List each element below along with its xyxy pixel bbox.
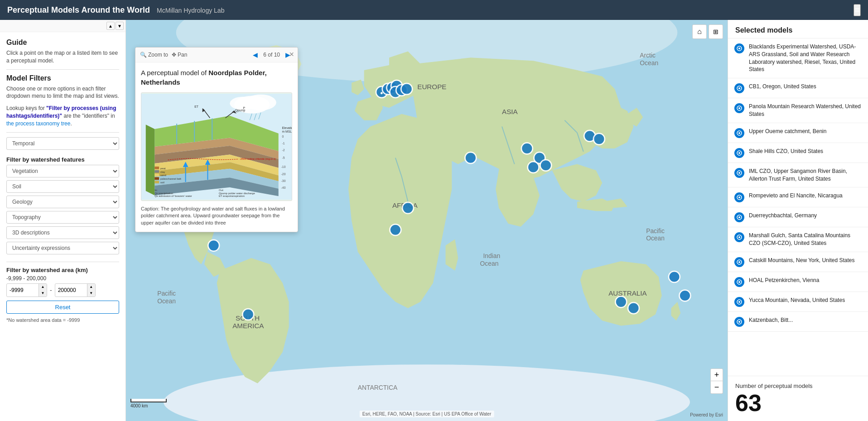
home-icon: ⌂ xyxy=(697,28,702,36)
area-min-input[interactable] xyxy=(7,285,39,295)
taxonomy-link[interactable]: the process taxonomy tree xyxy=(6,120,70,127)
svg-text:-1: -1 xyxy=(282,142,285,145)
svg-rect-88 xyxy=(154,181,159,183)
model-list-item[interactable]: Duerreychbachtal, Germany xyxy=(728,207,868,227)
reset-button[interactable]: Reset xyxy=(6,301,119,314)
svg-point-118 xyxy=(738,281,740,283)
marker-africa-2[interactable] xyxy=(390,224,401,235)
popup-caption: Caption: The geohydrology and water and … xyxy=(141,206,292,226)
marker-africa-1[interactable] xyxy=(402,202,414,214)
topography-filter[interactable]: Topography xyxy=(6,211,119,224)
map-powered-by: Powered by Esri xyxy=(690,412,723,417)
3d-descriptions-filter[interactable]: 3D descriptions xyxy=(6,226,119,239)
popup-close-button[interactable]: × xyxy=(289,50,294,58)
right-panel: Selected models Blacklands Experimental … xyxy=(728,20,868,421)
popup-body: A perceptual model of Noordplas Polder, … xyxy=(135,62,298,232)
svg-text:Pacific: Pacific xyxy=(646,227,665,234)
marker-pacific-2[interactable] xyxy=(679,290,690,301)
model-list-item[interactable]: HOAL Petzenkirchen, Vienna xyxy=(728,272,868,292)
svg-point-104 xyxy=(738,132,740,134)
marker-australia-2[interactable] xyxy=(628,302,639,314)
map-zoom-controls: + − xyxy=(710,368,723,394)
min-spin-down[interactable]: ▼ xyxy=(39,290,47,297)
svg-text:Indian: Indian xyxy=(483,252,501,259)
zoom-in-button[interactable]: + xyxy=(710,368,723,381)
svg-point-100 xyxy=(738,87,740,89)
area-max-input[interactable] xyxy=(55,285,87,295)
model-list-item[interactable]: Rompevieto and El Nancite, Nicaragua xyxy=(728,187,868,207)
svg-text:-10: -10 xyxy=(281,165,286,168)
menu-button[interactable]: ≡ xyxy=(854,4,861,16)
marker-middleeast[interactable] xyxy=(465,152,476,163)
polder-diagram-svg: Elevation m MSL 0 -1 -2 -5 -10 -20 -30 -… xyxy=(141,93,292,201)
marker-southamerica[interactable] xyxy=(242,309,254,320)
model-list-item[interactable]: Upper Oueme catchment, Benin xyxy=(728,123,868,143)
svg-text:paleochannel belt: paleochannel belt xyxy=(160,177,181,180)
model-list-item[interactable]: Katzenbach, Bitt... xyxy=(728,312,868,332)
svg-text:P: P xyxy=(243,106,246,110)
popup-pan-button[interactable]: ✥ Pan xyxy=(172,52,187,58)
model-name: Shale Hills CZO, United States xyxy=(749,148,823,155)
svg-rect-82 xyxy=(154,170,159,173)
app-title: Perceptual Models Around the World McMil… xyxy=(7,5,224,15)
svg-point-48 xyxy=(669,271,680,282)
marker-pacific[interactable] xyxy=(669,271,680,282)
right-panel-header: Selected models xyxy=(728,20,868,38)
max-spin-up[interactable]: ▲ xyxy=(87,284,95,290)
model-list-item[interactable]: Shale Hills CZO, United States xyxy=(728,143,868,163)
models-list: Blacklands Experimental Watershed, USDA-… xyxy=(728,38,868,376)
lookup-link[interactable]: "Filter by processes (using hashtags/ide… xyxy=(6,105,116,119)
model-list-item[interactable]: Marshall Gulch, Santa Catalina Mountains… xyxy=(728,227,868,252)
uncertainty-filter[interactable]: Uncertainty expressions xyxy=(6,242,119,254)
area-range-label: -9,999 - 200,000 xyxy=(6,275,119,282)
svg-text:ET  evapotranspiration: ET evapotranspiration xyxy=(219,195,245,197)
model-list-item[interactable]: Catskill Mountains, New York, United Sta… xyxy=(728,252,868,272)
svg-point-110 xyxy=(738,196,740,198)
svg-point-106 xyxy=(738,152,740,154)
max-spin-down[interactable]: ▼ xyxy=(87,290,95,297)
marker-asia-1[interactable] xyxy=(521,143,533,154)
svg-point-44 xyxy=(208,240,219,251)
svg-text:-30: -30 xyxy=(281,179,286,182)
filters-desc-text: Choose one or more options in each filte… xyxy=(6,86,119,100)
model-list-item[interactable]: CB1, Oregon, United States xyxy=(728,78,868,98)
popup-prev-button[interactable]: ◀ xyxy=(250,50,260,59)
model-list-item[interactable]: Yucca Mountain, Nevada, United States xyxy=(728,292,868,312)
model-list-item[interactable]: IML CZO, Upper Sangamon River Basin, All… xyxy=(728,163,868,188)
svg-text:Ocean: Ocean xyxy=(157,297,176,305)
model-name: Blacklands Experimental Watershed, USDA-… xyxy=(749,43,862,73)
geology-filter[interactable]: Geology xyxy=(6,196,119,208)
popup-zoom-to-button[interactable]: 🔍 Zoom to xyxy=(140,52,168,58)
temporal-filter[interactable]: Temporal xyxy=(6,137,119,150)
grid-icon: ⊞ xyxy=(713,28,719,35)
model-list-item[interactable]: Panola Mountain Research Watershed, Unit… xyxy=(728,98,868,123)
map-area[interactable]: NORTH AMERICA SOUTH AMERICA AFRICA ASIA … xyxy=(126,20,728,421)
model-list-item[interactable]: Blacklands Experimental Watershed, USDA-… xyxy=(728,38,868,78)
divider-2 xyxy=(6,132,119,133)
min-range-wrapper: ▲ ▼ xyxy=(6,283,47,297)
grid-view-button[interactable]: ⊞ xyxy=(709,24,723,39)
svg-text:Qs  admission of 'boezem' wate: Qs admission of 'boezem' water xyxy=(154,195,192,197)
home-view-button[interactable]: ⌂ xyxy=(692,24,707,39)
model-name: Panola Mountain Research Watershed, Unit… xyxy=(749,103,862,118)
min-spin-up[interactable]: ▲ xyxy=(39,284,47,290)
marker-australia-1[interactable] xyxy=(615,296,627,307)
marker-asia-4[interactable] xyxy=(540,160,551,171)
vegetation-filter[interactable]: Vegetation xyxy=(6,165,119,177)
svg-point-45 xyxy=(242,309,254,320)
svg-text:In:: In: xyxy=(154,189,158,191)
svg-text:ANTARCTICA: ANTARCTICA xyxy=(358,384,398,391)
marker-centralamerica[interactable] xyxy=(208,240,219,251)
model-icon xyxy=(734,257,744,267)
marker-china-2[interactable] xyxy=(593,134,605,145)
lookup-desc: Lookup keys for "Filter by processes (us… xyxy=(6,105,119,127)
sidebar-scroll-up[interactable]: ▲ xyxy=(106,22,115,30)
sidebar-scroll-down[interactable]: ▼ xyxy=(116,22,124,30)
watershed-note: *No watershed area data = -9999 xyxy=(6,317,119,323)
zoom-out-button[interactable]: − xyxy=(710,381,723,394)
marker-europe-7[interactable] xyxy=(401,83,412,95)
svg-text:0: 0 xyxy=(282,135,284,138)
model-icon xyxy=(734,128,744,138)
soil-filter[interactable]: Soil xyxy=(6,180,119,193)
marker-asia-3[interactable] xyxy=(528,162,539,173)
